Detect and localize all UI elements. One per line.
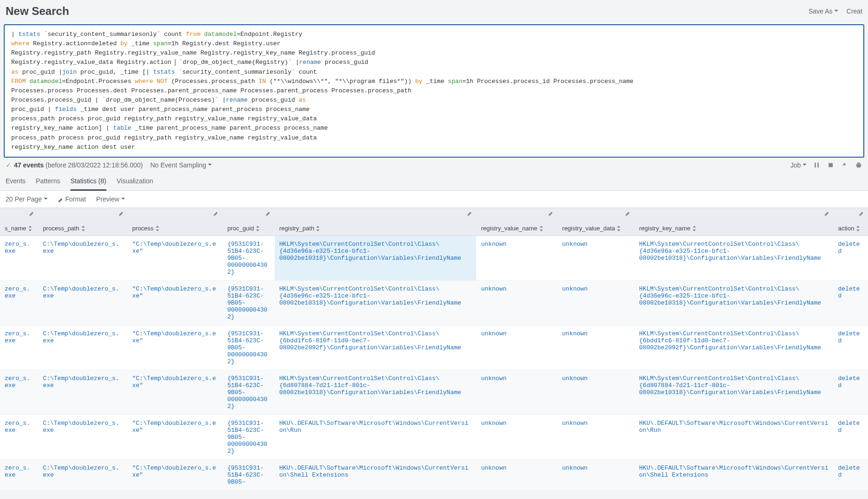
cell-registry_path[interactable]: HKLM\System\CurrentControlSet\Control\Cl… xyxy=(275,325,477,370)
preview-menu[interactable]: Preview xyxy=(96,195,125,203)
cell-s_name[interactable]: zero_s.exe xyxy=(0,236,38,280)
cell-registry_key_name[interactable]: HKLM\System\CurrentControlSet\Control\Cl… xyxy=(634,280,833,325)
stop-icon[interactable] xyxy=(827,161,834,169)
format-menu[interactable]: Format xyxy=(58,195,86,203)
cell-action[interactable]: deleted xyxy=(833,280,868,325)
cell-process_path[interactable]: C:\Temp\doublezero_s.exe xyxy=(38,459,128,490)
events-meta: (before 28/03/2022 12:18:56.000) xyxy=(46,161,143,169)
cell-process_path[interactable]: C:\Temp\doublezero_s.exe xyxy=(38,370,128,415)
cell-registry_value_name[interactable]: unknown xyxy=(476,415,557,459)
tab-patterns[interactable]: Patterns xyxy=(36,173,60,190)
cell-registry_key_name[interactable]: HKLM\System\CurrentControlSet\Control\Cl… xyxy=(634,370,833,415)
cell-proc_guid[interactable]: {9531C931-51B4-623C-9B05- xyxy=(222,459,274,490)
cell-registry_value_name[interactable]: unknown xyxy=(476,370,557,415)
cell-proc_guid[interactable]: {9531C931-51B4-623C-9B05-000000004302} xyxy=(222,370,274,415)
cell-registry_value_data[interactable]: unknown xyxy=(557,370,634,415)
cell-registry_path[interactable]: HKU\.DEFAULT\Software\Microsoft\Windows\… xyxy=(275,459,477,490)
cell-registry_key_name[interactable]: HKU\.DEFAULT\Software\Microsoft\Windows\… xyxy=(634,459,833,490)
cell-registry_value_name[interactable]: unknown xyxy=(476,280,557,325)
column-header-action[interactable]: action xyxy=(833,208,868,236)
column-header-process[interactable]: process xyxy=(128,208,223,236)
pause-icon[interactable] xyxy=(813,161,820,169)
cell-s_name[interactable]: zero_s.exe xyxy=(0,459,38,490)
column-edit-icon[interactable] xyxy=(213,211,219,216)
cell-process[interactable]: "C:\Temp\doublezero_s.exe" xyxy=(128,325,223,370)
cell-process[interactable]: "C:\Temp\doublezero_s.exe" xyxy=(128,459,223,490)
cell-process_path[interactable]: C:\Temp\doublezero_s.exe xyxy=(38,280,128,325)
column-header-s_name[interactable]: s_name xyxy=(0,208,38,236)
cell-registry_value_data[interactable]: unknown xyxy=(557,236,634,280)
cell-registry_value_data[interactable]: unknown xyxy=(557,459,634,490)
event-sampling-menu[interactable]: No Event Sampling xyxy=(150,161,212,169)
column-edit-icon[interactable] xyxy=(859,211,864,216)
cell-registry_value_data[interactable]: unknown xyxy=(557,325,634,370)
tab-visualization[interactable]: Visualization xyxy=(117,173,153,190)
cell-proc_guid[interactable]: {9531C931-51B4-623C-9B05-000000004302} xyxy=(222,415,274,459)
tab-events[interactable]: Events xyxy=(6,173,26,190)
check-icon: ✓ xyxy=(6,161,11,169)
cell-registry_value_name[interactable]: unknown xyxy=(476,459,557,490)
column-header-process_path[interactable]: process_path xyxy=(38,208,128,236)
cell-proc_guid[interactable]: {9531C931-51B4-623C-9B05-000000004302} xyxy=(222,280,274,325)
table-toolbar: 20 Per Page Format Preview xyxy=(0,191,868,208)
column-header-registry_value_name[interactable]: registry_value_name xyxy=(476,208,557,236)
cell-action[interactable]: deleted xyxy=(833,370,868,415)
table-row: zero_s.exeC:\Temp\doublezero_s.exe"C:\Te… xyxy=(0,415,868,459)
cell-registry_value_name[interactable]: unknown xyxy=(476,236,557,280)
cell-s_name[interactable]: zero_s.exe xyxy=(0,415,38,459)
cell-s_name[interactable]: zero_s.exe xyxy=(0,370,38,415)
create-menu[interactable]: Creat xyxy=(847,7,862,15)
column-edit-icon[interactable] xyxy=(824,211,830,216)
column-header-registry_key_name[interactable]: registry_key_name xyxy=(634,208,833,236)
column-header-proc_guid[interactable]: proc_guid xyxy=(222,208,274,236)
cell-process[interactable]: "C:\Temp\doublezero_s.exe" xyxy=(128,280,223,325)
job-menu[interactable]: Job xyxy=(790,161,806,169)
cell-registry_key_name[interactable]: HKLM\System\CurrentControlSet\Control\Cl… xyxy=(634,236,833,280)
cell-s_name[interactable]: zero_s.exe xyxy=(0,280,38,325)
cell-registry_path[interactable]: HKLM\System\CurrentControlSet\Control\Cl… xyxy=(275,370,477,415)
cell-registry_path[interactable]: HKLM\System\CurrentControlSet\Control\Cl… xyxy=(275,280,477,325)
cell-registry_key_name[interactable]: HKLM\System\CurrentControlSet\Control\Cl… xyxy=(634,325,833,370)
table-row: zero_s.exeC:\Temp\doublezero_s.exe"C:\Te… xyxy=(0,370,868,415)
column-edit-icon[interactable] xyxy=(548,211,554,216)
cell-s_name[interactable]: zero_s.exe xyxy=(0,325,38,370)
column-edit-icon[interactable] xyxy=(118,211,124,216)
column-edit-icon[interactable] xyxy=(29,211,35,216)
cell-process_path[interactable]: C:\Temp\doublezero_s.exe xyxy=(38,325,128,370)
table-row: zero_s.exeC:\Temp\doublezero_s.exe"C:\Te… xyxy=(0,280,868,325)
column-edit-icon[interactable] xyxy=(467,211,472,216)
cell-action[interactable]: deleted xyxy=(833,325,868,370)
svg-rect-0 xyxy=(815,163,816,168)
cell-process[interactable]: "C:\Temp\doublezero_s.exe" xyxy=(128,236,223,280)
cell-action[interactable]: deleted xyxy=(833,459,868,490)
cell-action[interactable]: deleted xyxy=(833,236,868,280)
print-icon[interactable] xyxy=(855,161,862,169)
svg-rect-1 xyxy=(818,163,819,168)
cell-registry_path[interactable]: HKU\.DEFAULT\Software\Microsoft\Windows\… xyxy=(275,415,477,459)
table-row: zero_s.exeC:\Temp\doublezero_s.exe"C:\Te… xyxy=(0,236,868,280)
cell-proc_guid[interactable]: {9531C931-51B4-623C-9B05-000000004302} xyxy=(222,236,274,280)
per-page-menu[interactable]: 20 Per Page xyxy=(6,195,48,203)
cell-process[interactable]: "C:\Temp\doublezero_s.exe" xyxy=(128,370,223,415)
result-tabs: Events Patterns Statistics (8) Visualiza… xyxy=(0,173,868,191)
cell-action[interactable]: deleted xyxy=(833,415,868,459)
page-title: New Search xyxy=(6,5,69,18)
cell-registry_value_data[interactable]: unknown xyxy=(557,280,634,325)
cell-registry_path[interactable]: HKLM\System\CurrentControlSet\Control\Cl… xyxy=(275,236,477,280)
cell-process_path[interactable]: C:\Temp\doublezero_s.exe xyxy=(38,236,128,280)
tab-statistics[interactable]: Statistics (8) xyxy=(70,173,106,191)
cell-process_path[interactable]: C:\Temp\doublezero_s.exe xyxy=(38,415,128,459)
cell-registry_key_name[interactable]: HKU\.DEFAULT\Software\Microsoft\Windows\… xyxy=(634,415,833,459)
svg-rect-2 xyxy=(829,163,833,167)
column-edit-icon[interactable] xyxy=(625,211,631,216)
share-icon[interactable] xyxy=(841,161,848,169)
cell-registry_value_name[interactable]: unknown xyxy=(476,325,557,370)
save-as-menu[interactable]: Save As xyxy=(808,7,838,15)
column-header-registry_path[interactable]: registry_path xyxy=(275,208,477,236)
cell-process[interactable]: "C:\Temp\doublezero_s.exe" xyxy=(128,415,223,459)
cell-registry_value_data[interactable]: unknown xyxy=(557,415,634,459)
column-header-registry_value_data[interactable]: registry_value_data xyxy=(557,208,634,236)
search-editor[interactable]: | tstats `security_content_summariesonly… xyxy=(4,24,864,158)
cell-proc_guid[interactable]: {9531C931-51B4-623C-9B05-000000004302} xyxy=(222,325,274,370)
column-edit-icon[interactable] xyxy=(265,211,271,216)
